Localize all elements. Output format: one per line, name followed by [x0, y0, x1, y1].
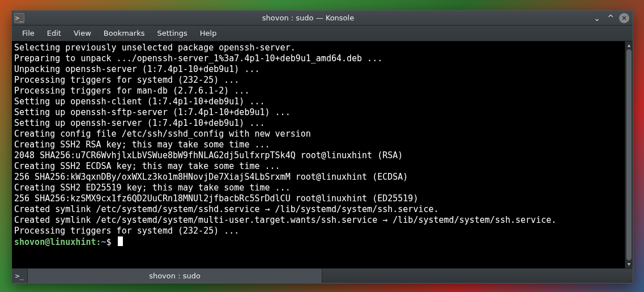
prompt-sep: :	[96, 237, 101, 247]
close-button[interactable]: ✕	[619, 13, 629, 23]
terminal-line: Setting up openssh-sftp-server (1:7.4p1-…	[14, 107, 622, 118]
terminal-line: Preparing to unpack .../openssh-server_1…	[14, 53, 622, 64]
desktop: >_ shovon : sudo — Konsole ⌄ ^ ✕ File Ed…	[0, 0, 644, 292]
terminal-line: Creating SSH2 ED25519 key; this may take…	[14, 183, 622, 193]
terminal-line: Setting up openssh-server (1:7.4p1-10+de…	[14, 118, 622, 129]
terminal-line: Setting up openssh-client (1:7.4p1-10+de…	[14, 96, 622, 107]
terminal-line: Created symlink /etc/systemd/system/sshd…	[14, 204, 622, 215]
scrollbar-track[interactable]	[625, 49, 633, 260]
menu-help[interactable]: Help	[194, 27, 223, 40]
terminal-line: Selecting previously unselected package …	[14, 43, 622, 53]
terminal-line: Created symlink /etc/systemd/system/mult…	[14, 215, 622, 226]
menu-bookmarks[interactable]: Bookmarks	[98, 27, 151, 40]
new-tab-button[interactable]: >_	[12, 269, 28, 283]
minimize-button[interactable]: ⌄	[592, 13, 602, 23]
menu-view[interactable]: View	[68, 27, 97, 40]
maximize-button[interactable]: ^	[605, 13, 616, 23]
tab-active[interactable]: shovon : sudo	[28, 269, 322, 283]
terminal-line: Creating SSH2 RSA key; this may take som…	[14, 139, 622, 150]
scrollbar-thumb[interactable]	[626, 49, 632, 260]
prompt-path: ~	[101, 237, 106, 247]
konsole-window: >_ shovon : sudo — Konsole ⌄ ^ ✕ File Ed…	[11, 10, 633, 283]
terminal-line: Unpacking openssh-server (1:7.4p1-10+deb…	[14, 64, 622, 75]
prompt-user: shovon@linuxhint	[14, 237, 96, 247]
terminal-line: Processing triggers for man-db (2.7.6.1-…	[14, 86, 622, 96]
titlebar[interactable]: >_ shovon : sudo — Konsole ⌄ ^ ✕	[12, 11, 633, 26]
menubar: File Edit View Bookmarks Settings Help	[12, 26, 633, 41]
scrollbar-up-arrow[interactable]: ▴	[625, 41, 633, 49]
titlebar-left: >_	[14, 13, 24, 23]
window-title: shovon : sudo — Konsole	[24, 14, 592, 22]
scrollbar[interactable]: ▴ ▾	[625, 41, 633, 268]
terminal-line: Processing triggers for systemd (232-25)…	[14, 226, 622, 236]
menu-file[interactable]: File	[16, 27, 40, 40]
terminal-line: Creating SSH2 ECDSA key; this may take s…	[14, 161, 622, 172]
terminal-line: Processing triggers for systemd (232-25)…	[14, 75, 622, 86]
terminal-line: 256 SHA256:kW3qxnDBy/oxWXLz3ko1m8HNovjDe…	[14, 172, 622, 183]
terminal[interactable]: Selecting previously unselected package …	[12, 41, 625, 268]
tabbar: >_ shovon : sudo	[12, 268, 633, 283]
scrollbar-down-arrow[interactable]: ▾	[625, 260, 633, 268]
terminal-line: Creating config file /etc/ssh/sshd_confi…	[14, 129, 622, 139]
terminal-container: Selecting previously unselected package …	[12, 41, 633, 268]
terminal-prompt[interactable]: shovon@linuxhint:~$	[14, 236, 622, 248]
app-icon: >_	[14, 13, 24, 23]
cursor	[118, 236, 123, 246]
prompt-dollar: $	[106, 237, 117, 247]
titlebar-controls: ⌄ ^ ✕	[592, 13, 630, 23]
menu-edit[interactable]: Edit	[41, 27, 67, 40]
menu-settings[interactable]: Settings	[151, 27, 193, 40]
terminal-line: 2048 SHA256:u7CR6WvhjlxLbVSWue8bW9fhNLAG…	[14, 150, 622, 161]
terminal-line: 256 SHA256:kzSMX9cx1fz6QD2UuCRn18MNUl2jf…	[14, 193, 622, 204]
